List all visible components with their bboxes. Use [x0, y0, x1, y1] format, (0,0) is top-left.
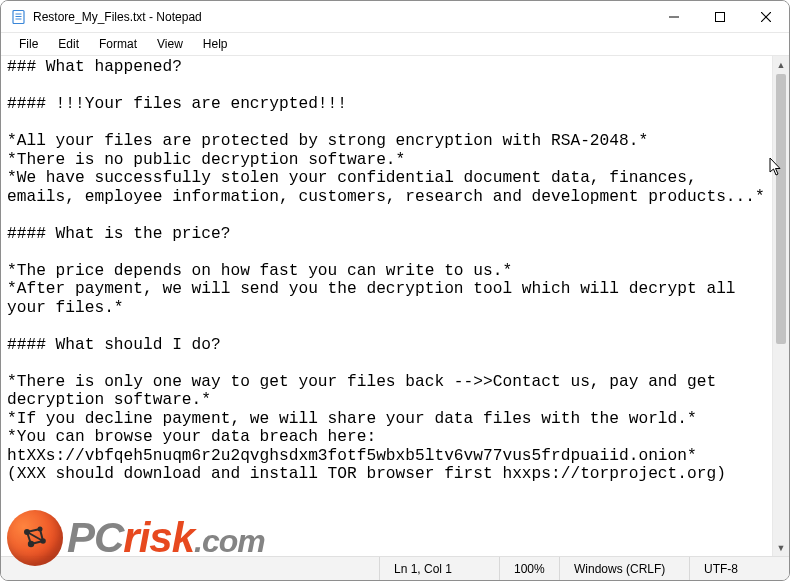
- statusbar: Ln 1, Col 1 100% Windows (CRLF) UTF-8: [1, 556, 789, 580]
- scroll-down-arrow[interactable]: ▼: [773, 539, 789, 556]
- status-encoding: UTF-8: [689, 557, 789, 580]
- menu-edit[interactable]: Edit: [48, 35, 89, 53]
- vertical-scrollbar[interactable]: ▲ ▼: [772, 56, 789, 556]
- status-line-ending: Windows (CRLF): [559, 557, 689, 580]
- titlebar: Restore_My_Files.txt - Notepad: [1, 1, 789, 33]
- editor-area: ### What happened? #### !!!Your files ar…: [1, 55, 789, 556]
- status-spacer: [1, 557, 379, 580]
- menu-format[interactable]: Format: [89, 35, 147, 53]
- menu-help[interactable]: Help: [193, 35, 238, 53]
- menu-view[interactable]: View: [147, 35, 193, 53]
- scrollbar-thumb[interactable]: [776, 74, 786, 344]
- window-title: Restore_My_Files.txt - Notepad: [33, 10, 202, 24]
- scroll-up-arrow[interactable]: ▲: [773, 56, 789, 73]
- notepad-window: Restore_My_Files.txt - Notepad File Edit…: [0, 0, 790, 581]
- notepad-icon: [11, 9, 27, 25]
- menubar: File Edit Format View Help: [1, 33, 789, 55]
- menu-file[interactable]: File: [9, 35, 48, 53]
- status-position: Ln 1, Col 1: [379, 557, 499, 580]
- close-button[interactable]: [743, 1, 789, 33]
- text-content[interactable]: ### What happened? #### !!!Your files ar…: [1, 56, 772, 556]
- maximize-button[interactable]: [697, 1, 743, 33]
- minimize-button[interactable]: [651, 1, 697, 33]
- status-zoom: 100%: [499, 557, 559, 580]
- svg-rect-5: [716, 12, 725, 21]
